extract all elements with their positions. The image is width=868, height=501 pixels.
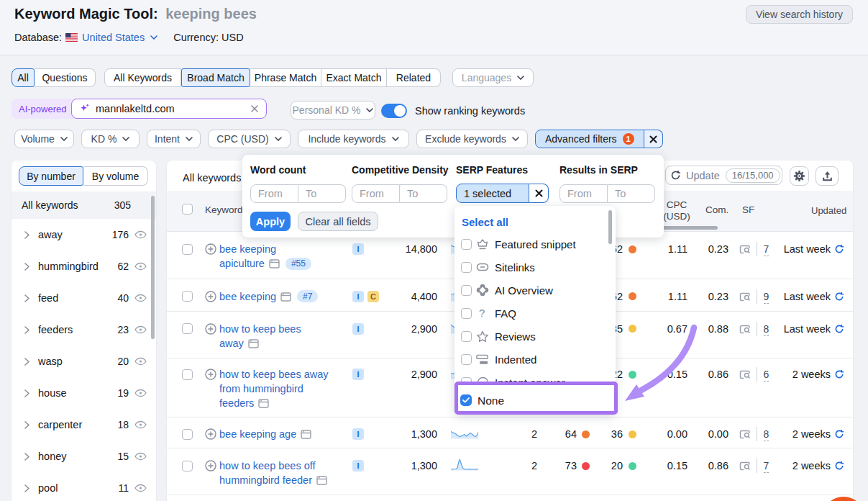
svg-text:?: ?: [479, 307, 485, 319]
